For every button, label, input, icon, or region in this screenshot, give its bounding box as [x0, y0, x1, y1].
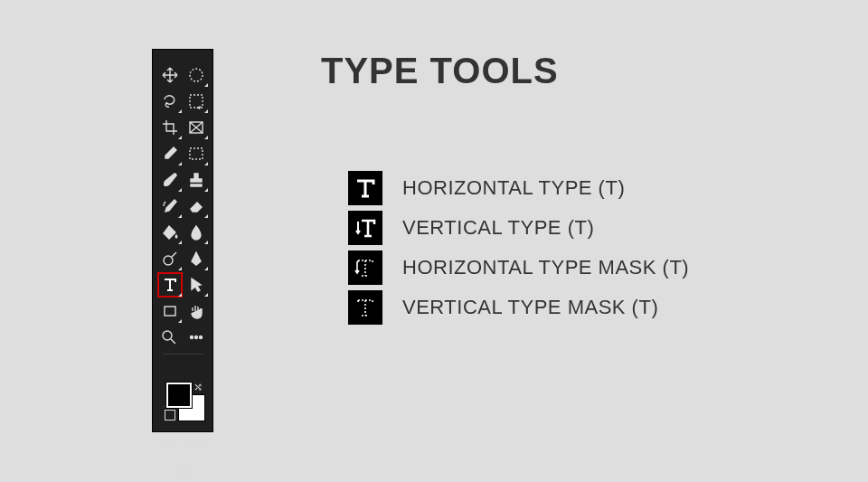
zoom-icon	[160, 328, 178, 346]
frame-icon	[187, 145, 205, 163]
clone-stamp-tool[interactable]	[184, 167, 209, 193]
eyedropper-icon	[161, 145, 179, 163]
quick-mask-icon	[187, 433, 205, 451]
pen-tool[interactable]	[184, 246, 209, 271]
type-tools-list: HORIZONTAL TYPE (T) VERTICAL TYPE (T) HO…	[348, 168, 689, 327]
list-item-label: HORIZONTAL TYPE MASK (T)	[402, 256, 689, 279]
lasso-icon	[161, 92, 179, 110]
svg-rect-1	[190, 95, 203, 108]
list-item: HORIZONTAL TYPE MASK (T)	[348, 248, 689, 288]
svg-rect-11	[191, 437, 202, 448]
svg-point-0	[190, 69, 203, 81]
quick-select-icon	[187, 92, 205, 110]
list-item: VERTICAL TYPE (T)	[348, 208, 689, 248]
horizontal-type-mask-icon	[348, 250, 382, 285]
edit-toolbar-icon	[160, 433, 178, 451]
dodge-tool[interactable]	[157, 246, 183, 271]
brush-icon	[161, 171, 179, 189]
svg-rect-5	[165, 307, 175, 316]
marquee-tool[interactable]	[184, 62, 209, 88]
arrow-icon	[187, 276, 205, 294]
svg-rect-3	[190, 148, 203, 159]
horizontal-type-icon	[348, 171, 382, 205]
path-select-tool[interactable]	[184, 272, 209, 298]
stamp-icon	[187, 171, 205, 189]
svg-rect-10	[164, 437, 175, 448]
swap-colors-icon[interactable]: ⤭	[193, 381, 203, 393]
svg-point-6	[163, 331, 172, 340]
brush-tool[interactable]	[157, 167, 183, 193]
history-brush-tool[interactable]	[157, 194, 183, 219]
color-swatches[interactable]: ⤭	[157, 379, 209, 421]
svg-point-4	[164, 256, 173, 265]
page-title: TYPE TOOLS	[321, 51, 559, 91]
blur-tool[interactable]	[184, 220, 209, 245]
eraser-tool[interactable]	[184, 194, 209, 219]
pen-icon	[187, 250, 205, 268]
paint-bucket-tool[interactable]	[157, 220, 183, 245]
crop-icon	[161, 118, 179, 137]
lasso-tool[interactable]	[157, 89, 183, 114]
slice-tool[interactable]	[184, 115, 209, 140]
edit-toolbar[interactable]	[157, 430, 183, 455]
dodge-icon	[161, 250, 179, 268]
quick-select-tool[interactable]	[184, 89, 209, 114]
list-item: VERTICAL TYPE MASK (T)	[348, 288, 689, 327]
marquee-icon	[187, 66, 205, 84]
history-brush-icon	[161, 197, 179, 215]
type-tool[interactable]	[157, 272, 183, 298]
default-colors-icon[interactable]	[165, 410, 175, 421]
list-item-label: VERTICAL TYPE (T)	[402, 216, 594, 240]
rectangle-tool[interactable]	[157, 298, 183, 324]
svg-point-7	[190, 336, 193, 339]
svg-point-8	[194, 336, 197, 339]
svg-rect-13	[176, 464, 189, 473]
eraser-icon	[187, 197, 205, 215]
tools-panel: ⤭	[152, 49, 213, 432]
screen-mode[interactable]	[170, 456, 195, 481]
move-icon	[161, 66, 179, 84]
hand-tool[interactable]	[184, 298, 209, 324]
screen-mode-icon	[174, 459, 192, 477]
vertical-type-mask-icon	[348, 290, 382, 325]
slice-icon	[187, 118, 205, 137]
bucket-icon	[161, 223, 179, 241]
list-item-label: HORIZONTAL TYPE (T)	[402, 176, 625, 200]
hand-icon	[187, 302, 205, 320]
eyedropper-tool[interactable]	[157, 141, 183, 166]
more-tool[interactable]	[184, 325, 209, 350]
list-item-label: VERTICAL TYPE MASK (T)	[402, 296, 658, 319]
rectangle-icon	[161, 302, 179, 320]
blur-icon	[187, 223, 205, 241]
frame-tool[interactable]	[184, 141, 209, 166]
crop-tool[interactable]	[157, 115, 183, 140]
move-tool[interactable]	[157, 62, 183, 88]
type-icon	[161, 276, 179, 294]
vertical-type-icon	[348, 211, 382, 245]
list-item: HORIZONTAL TYPE (T)	[348, 168, 689, 208]
zoom-tool[interactable]	[157, 325, 183, 350]
foreground-color[interactable]	[166, 383, 192, 408]
more-icon	[187, 328, 205, 346]
svg-point-9	[199, 336, 202, 339]
quick-mask[interactable]	[184, 430, 209, 455]
svg-point-12	[193, 439, 199, 445]
